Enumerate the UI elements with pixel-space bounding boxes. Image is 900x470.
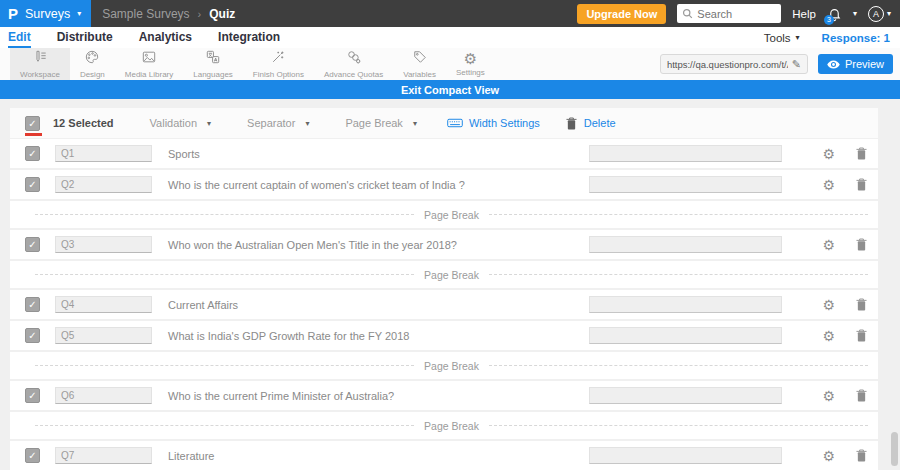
question-code-input[interactable] [55,236,152,253]
page-break-row-label: Page Break [424,360,479,372]
row-settings-gear-icon[interactable]: ⚙ [822,298,835,312]
question-row: What is India's GDP Growth Rate for the … [10,321,878,350]
questionpro-logo-icon: P [8,5,18,22]
row-settings-gear-icon[interactable]: ⚙ [822,238,835,252]
width-settings-ruler-icon [447,118,463,128]
question-code-input[interactable] [55,145,152,162]
edit-url-pencil-icon[interactable]: ✎ [792,58,801,71]
trash-icon [566,117,577,130]
toolbar-item-languages[interactable]: Languages [183,48,243,80]
row-secondary-input[interactable] [589,387,782,404]
question-code-input[interactable] [55,296,152,313]
survey-toolbar: Workspace Design Media Library Languages… [0,48,900,80]
page-break-row: Page Break [10,261,878,288]
chevron-down-icon: ▾ [413,119,417,128]
chevron-down-icon[interactable]: ▾ [853,10,857,18]
row-secondary-input[interactable] [589,145,782,162]
row-settings-gear-icon[interactable]: ⚙ [822,389,835,403]
toolbar-item-workspace[interactable]: Workspace [10,48,70,80]
row-delete-trash-icon[interactable] [856,178,867,191]
tab-integration[interactable]: Integration [218,27,280,48]
preview-button[interactable]: Preview [818,54,893,74]
row-delete-trash-icon[interactable] [856,449,867,462]
row-secondary-input[interactable] [589,236,782,253]
question-code-input[interactable] [55,176,152,193]
question-text[interactable]: Who is the current Prime Minister of Aus… [168,390,394,402]
row-checkbox[interactable] [25,177,40,192]
page-break-dropdown[interactable]: Page Break ▾ [345,117,417,129]
row-secondary-input[interactable] [589,327,782,344]
row-checkbox[interactable] [25,146,40,161]
subnav: Edit Distribute Analytics Integration To… [0,27,900,48]
row-settings-gear-icon[interactable]: ⚙ [822,147,835,161]
row-settings-gear-icon[interactable]: ⚙ [822,329,835,343]
row-checkbox[interactable] [25,448,40,463]
chevron-down-icon: ▾ [207,119,211,128]
surveys-menu[interactable]: P Surveys ▾ [0,0,91,27]
breadcrumb-separator: › [198,8,202,20]
row-secondary-input[interactable] [589,176,782,193]
page-break-row: Page Break [10,352,878,379]
exit-compact-view-bar[interactable]: Exit Compact View [0,80,900,99]
toolbar-item-media-library[interactable]: Media Library [115,48,183,80]
toolbar-right: ✎ Preview [660,48,900,80]
row-checkbox[interactable] [25,297,40,312]
toolbar-item-design[interactable]: Design [70,48,115,80]
toolbar-item-settings[interactable]: ⚙ Settings [446,48,495,80]
chevron-down-icon: ▾ [305,119,309,128]
row-secondary-input[interactable] [589,296,782,313]
row-checkbox[interactable] [25,328,40,343]
tab-analytics[interactable]: Analytics [139,27,192,48]
toolbar-item-advance-quotas[interactable]: Advance Quotas [314,48,393,80]
validation-dropdown[interactable]: Validation ▾ [150,117,212,129]
row-settings-gear-icon[interactable]: ⚙ [822,178,835,192]
question-text[interactable]: Current Affairs [168,299,238,311]
question-code-input[interactable] [55,327,152,344]
media-library-icon [142,50,156,68]
tools-menu[interactable]: Tools ▾ [764,32,800,44]
question-text[interactable]: Who won the Australian Open Men's Title … [168,239,457,251]
toolbar-item-finish-options[interactable]: Finish Options [243,48,314,80]
tab-edit[interactable]: Edit [8,27,31,48]
upgrade-now-button[interactable]: Upgrade Now [577,4,666,24]
survey-url-input[interactable] [667,59,788,70]
eye-icon [827,60,840,69]
question-text[interactable]: Literature [168,450,214,462]
row-delete-trash-icon[interactable] [856,298,867,311]
row-settings-gear-icon[interactable]: ⚙ [822,449,835,463]
response-count-link[interactable]: Response: 1 [822,32,890,44]
question-text[interactable]: Who is the current captain of women's cr… [168,179,465,191]
selected-count-label: 12 Selected [53,117,114,129]
row-delete-trash-icon[interactable] [856,147,867,160]
bulk-action-bar: 12 Selected Validation ▾ Separator ▾ Pag… [10,108,878,138]
notification-count-badge: 3 [824,15,834,25]
separator-dropdown[interactable]: Separator ▾ [247,117,309,129]
search-box [677,4,781,23]
toolbar-item-variables[interactable]: Variables [393,48,446,80]
row-delete-trash-icon[interactable] [856,238,867,251]
bulk-delete-button[interactable]: Delete [566,117,616,130]
row-checkbox[interactable] [25,388,40,403]
question-text[interactable]: What is India's GDP Growth Rate for the … [168,330,409,342]
notifications-bell-icon[interactable]: 3 [827,6,842,22]
page-break-dashed-line [489,365,868,366]
search-input[interactable] [697,8,776,20]
languages-icon [206,50,220,68]
question-code-input[interactable] [55,447,152,464]
row-delete-trash-icon[interactable] [856,329,867,342]
select-all-checkbox[interactable] [25,116,40,131]
breadcrumb-sample-surveys[interactable]: Sample Surveys [102,7,189,21]
vertical-scrollbar[interactable] [891,432,898,466]
width-settings-button[interactable]: Width Settings [447,117,540,129]
account-menu[interactable]: A ▾ [868,6,891,22]
help-link[interactable]: Help [792,8,816,20]
row-delete-trash-icon[interactable] [856,389,867,402]
row-secondary-input[interactable] [589,447,782,464]
row-checkbox[interactable] [25,237,40,252]
page-break-row-label: Page Break [424,420,479,432]
page-break-dashed-line [489,274,868,275]
question-text[interactable]: Sports [168,148,200,160]
question-code-input[interactable] [55,387,152,404]
finish-options-icon [271,50,285,68]
tab-distribute[interactable]: Distribute [57,27,113,48]
